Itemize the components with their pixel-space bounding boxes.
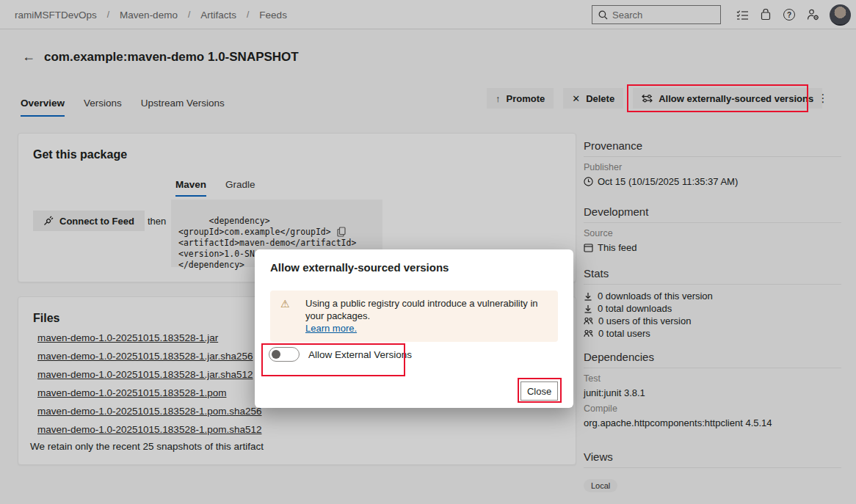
close-button[interactable]: Close (521, 381, 558, 401)
toggle-label: Allow External Versions (308, 349, 412, 360)
allow-external-toggle[interactable] (269, 347, 300, 362)
learn-more-link[interactable]: Learn more. (305, 323, 357, 334)
toggle-knob (272, 350, 280, 359)
warning-text: Using a public registry could introduce … (305, 298, 538, 321)
warning-message-box: ⚠ Using a public registry could introduc… (270, 291, 558, 342)
allow-external-versions-dialog: Allow externally-sourced versions ⚠ Usin… (255, 249, 573, 408)
allow-external-toggle-row: Allow External Versions (269, 347, 412, 362)
dialog-title: Allow externally-sourced versions (270, 261, 449, 274)
warning-icon: ⚠ (280, 298, 290, 310)
artifacts-package-page: ramiMSFTDevOps / Maven-demo / Artifacts … (0, 0, 856, 504)
